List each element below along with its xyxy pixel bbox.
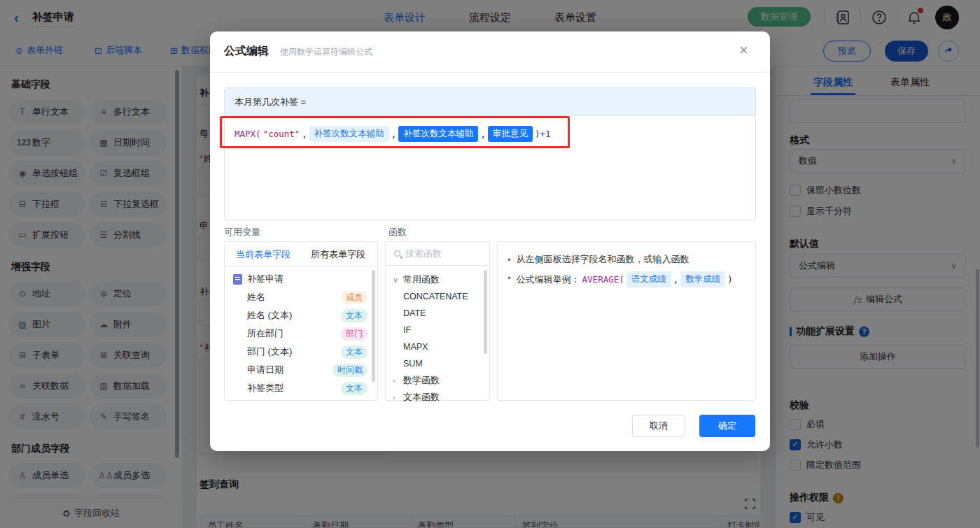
modal-title: 公式编辑 (224, 44, 269, 59)
function-token: MAPX( (234, 129, 261, 139)
formula-target: 本月第几次补签 = (225, 88, 755, 116)
cancel-button[interactable]: 取消 (632, 415, 685, 437)
tab-all-form-fields[interactable]: 所有表单字段 (311, 248, 365, 261)
functions-panel: 搜索函数 ∨ 常用函数 CONCATENATE DATE IF MAPX SUM… (385, 241, 490, 401)
function-item[interactable]: MAPX (386, 338, 489, 355)
function-group-text[interactable]: › 文本函数 (386, 389, 489, 406)
help-tip: • 从左侧面板选择字段名和函数，或输入函数 (507, 253, 690, 266)
formula-expression: MAPX( "count" , 补签次数文本辅助 , 补签次数文本辅助 , 审批… (234, 126, 551, 142)
type-badge: 成员 (341, 291, 368, 304)
string-token: "count" (263, 129, 300, 139)
divider (225, 266, 377, 266)
function-item[interactable]: CONCATENATE (386, 288, 489, 305)
chevron-right-icon: › (393, 393, 400, 401)
chevron-right-icon: › (393, 376, 400, 385)
type-badge: 文本 (341, 382, 368, 395)
function-item[interactable]: DATE (386, 305, 489, 322)
help-panel: • 从左侧面板选择字段名和函数，或输入函数 • 公式编辑举例： AVERAGE(… (497, 241, 756, 401)
variable-row[interactable]: 申请日期 时间戳 (225, 361, 377, 379)
function-item[interactable]: SUM (386, 355, 489, 372)
search-placeholder: 搜索函数 (405, 248, 442, 260)
variables-title: 可用变量 (224, 226, 260, 238)
variables-scrollbar[interactable] (372, 270, 375, 382)
tab-current-form-fields[interactable]: 当前表单字段 (236, 248, 290, 261)
formula-editor[interactable]: 本月第几次补签 = MAPX( "count" , 补签次数文本辅助 , 补签次… (224, 87, 756, 220)
variable-row[interactable]: 所在部门 部门 (225, 324, 377, 343)
example-field-pill: 语文成绩 (626, 271, 671, 287)
type-badge: 文本 (341, 345, 368, 359)
confirm-button[interactable]: 确定 (699, 415, 755, 437)
variable-row[interactable]: 补签类型 文本 (225, 379, 377, 397)
variables-panel: 当前表单字段 所有表单字段 补签申请 姓名 成员 姓名 (文本) 文本 所在部门… (224, 241, 378, 401)
suffix-token: )+1 (535, 129, 551, 139)
close-icon[interactable]: × (739, 43, 748, 58)
variable-row[interactable]: 姓名 成员 (225, 288, 377, 306)
bullet-icon: • (507, 271, 511, 285)
form-node-row[interactable]: 补签申请 (225, 270, 377, 288)
functions-title: 函数 (388, 226, 407, 238)
function-group-math[interactable]: › 数学函数 (386, 372, 489, 389)
bullet-icon: • (507, 253, 511, 266)
functions-scrollbar[interactable] (484, 270, 487, 354)
function-group-common[interactable]: ∨ 常用函数 (386, 271, 489, 288)
field-pill-selected[interactable]: 审批意见 (488, 126, 533, 142)
example-field-pill: 数学成绩 (680, 271, 725, 287)
divider (210, 72, 770, 73)
function-token: AVERAGE( (582, 274, 624, 285)
function-search[interactable]: 搜索函数 (386, 242, 489, 266)
formula-edit-modal: 公式编辑 使用数学运算符编辑公式 × 本月第几次补签 = MAPX( "coun… (210, 31, 770, 451)
chevron-down-icon: ∨ (393, 276, 400, 285)
search-icon (394, 250, 400, 257)
help-example: • 公式编辑举例： AVERAGE( 语文成绩 , 数学成绩 ) (507, 271, 733, 287)
field-pill[interactable]: 补签次数文本辅助 (309, 126, 389, 142)
field-pill-selected[interactable]: 补签次数文本辅助 (398, 126, 478, 142)
type-badge: 时间戳 (332, 364, 368, 377)
variable-row[interactable]: 部门 (文本) 文本 (225, 343, 377, 361)
modal-subtitle: 使用数学运算符编辑公式 (280, 46, 372, 58)
form-doc-icon (233, 274, 242, 285)
type-badge: 部门 (341, 327, 368, 341)
type-badge: 文本 (341, 309, 368, 322)
variable-row[interactable]: 姓名 (文本) 文本 (225, 306, 377, 324)
function-item[interactable]: IF (386, 322, 489, 338)
